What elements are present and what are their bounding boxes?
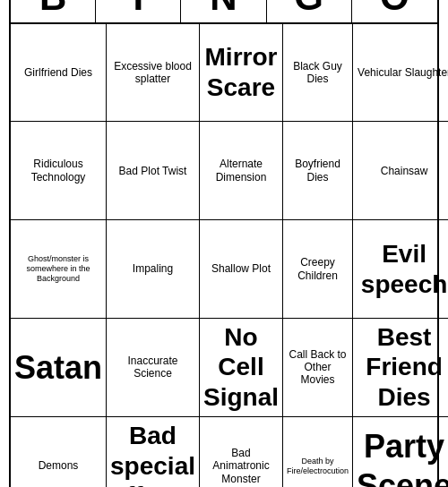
cell-text: Inaccurate Science — [110, 355, 195, 380]
cell-text: Shallow Plot — [211, 262, 271, 275]
cell-text: Boyfriend Dies — [287, 158, 349, 184]
bingo-cell-9: Chainsaw — [353, 122, 448, 220]
bingo-cell-1: Excessive blood splatter — [107, 24, 200, 123]
header-letter: G — [267, 0, 352, 22]
bingo-cell-8: Boyfriend Dies — [283, 122, 353, 220]
cell-text: Alternate Dimension — [203, 158, 279, 184]
bingo-cell-2: Mirror Scare — [200, 24, 283, 123]
bingo-cell-22: Bad Animatronic Monster — [200, 417, 283, 487]
bingo-cell-13: Creepy Children — [283, 220, 353, 319]
cell-text: No Cell Signal — [203, 322, 279, 413]
header-letter: O — [352, 0, 437, 22]
cell-text: Demons — [39, 459, 79, 472]
cell-text: Party Scene — [357, 427, 448, 487]
header-letter: N — [181, 0, 266, 22]
cell-text: Bad Animatronic Monster — [203, 447, 279, 485]
bingo-grid: Girlfriend DiesExcessive blood splatterM… — [11, 24, 437, 487]
bingo-cell-15: Satan — [11, 319, 107, 417]
cell-text: Mirror Scare — [203, 42, 279, 102]
cell-text: Creepy Children — [287, 256, 349, 282]
bingo-cell-17: No Cell Signal — [200, 319, 283, 417]
cell-text: Call Back to Other Movies — [287, 348, 349, 387]
cell-text: Excessive blood splatter — [110, 60, 195, 86]
cell-text: Evil speech — [357, 239, 448, 299]
bingo-cell-19: Best Friend Dies — [353, 319, 448, 417]
cell-text: Ridiculous Technology — [14, 158, 102, 184]
cell-text: Death by Fire/electrocution — [287, 457, 349, 476]
bingo-header: BINGO — [11, 0, 437, 24]
bingo-cell-6: Bad Plot Twist — [107, 122, 200, 220]
cell-text: Best Friend Dies — [357, 322, 448, 413]
bingo-cell-18: Call Back to Other Movies — [283, 319, 353, 417]
header-letter: I — [96, 0, 181, 22]
cell-text: Impaling — [133, 262, 173, 275]
bingo-cell-16: Inaccurate Science — [107, 319, 200, 417]
bingo-cell-0: Girlfriend Dies — [11, 24, 107, 123]
cell-text: Chainsaw — [381, 165, 428, 177]
bingo-cell-10: Ghost/monster is somewhere in the Backgr… — [11, 220, 107, 319]
bingo-cell-5: Ridiculous Technology — [11, 122, 107, 220]
bingo-cell-12: Shallow Plot — [200, 220, 283, 319]
cell-text: Ghost/monster is somewhere in the Backgr… — [14, 254, 102, 283]
bingo-cell-20: Demons — [11, 417, 107, 487]
cell-text: Vehicular Slaughter — [358, 66, 448, 79]
bingo-cell-7: Alternate Dimension — [200, 122, 283, 220]
cell-text: Girlfriend Dies — [24, 66, 92, 79]
bingo-cell-3: Black Guy Dies — [283, 24, 353, 123]
cell-text: Bad special effects — [110, 421, 195, 487]
bingo-cell-11: Impaling — [107, 220, 200, 319]
bingo-cell-4: Vehicular Slaughter — [353, 24, 448, 123]
bingo-card: BINGO Girlfriend DiesExcessive blood spl… — [9, 0, 439, 487]
bingo-cell-21: Bad special effects — [107, 417, 200, 487]
bingo-cell-14: Evil speech — [353, 220, 448, 319]
cell-text: Satan — [14, 348, 102, 387]
bingo-cell-24: Party Scene — [353, 417, 448, 487]
header-letter: B — [11, 0, 96, 22]
cell-text: Black Guy Dies — [287, 60, 349, 86]
bingo-cell-23: Death by Fire/electrocution — [283, 417, 353, 487]
cell-text: Bad Plot Twist — [119, 165, 187, 177]
